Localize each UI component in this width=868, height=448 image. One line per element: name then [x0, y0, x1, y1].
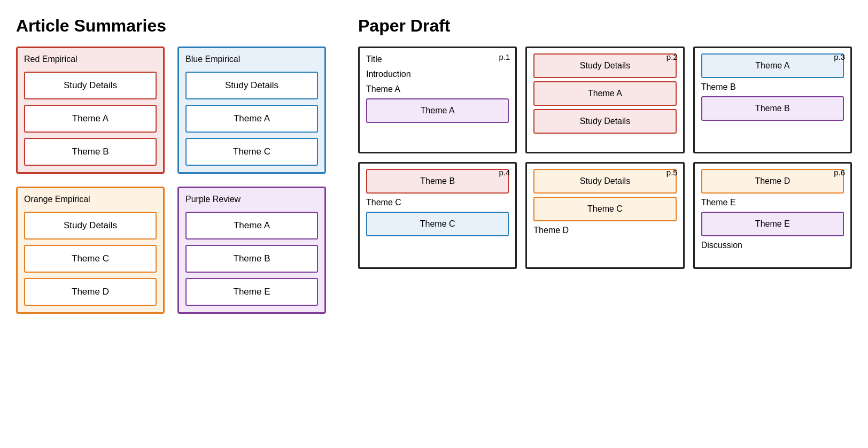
content-box: Study Details: [185, 72, 318, 99]
page-content-box: Theme A: [701, 53, 844, 78]
content-box: Theme A: [24, 105, 157, 133]
page-content-box: Theme B: [366, 169, 509, 194]
page-card-p1: p.1TitleIntroductionTheme ATheme A: [358, 47, 517, 153]
page-content-box: Theme A: [533, 81, 676, 106]
article-card-label: Red Empirical: [24, 55, 157, 64]
page-content-box: Theme E: [701, 212, 844, 236]
page-card-p6: p.6Theme DTheme ETheme EDiscussion: [693, 162, 852, 269]
content-box: Theme B: [24, 138, 157, 166]
page-text-item: Theme A: [366, 83, 509, 95]
content-box: Theme A: [185, 212, 318, 240]
page-number: p.3: [834, 52, 845, 61]
page-content-box: Study Details: [533, 169, 676, 194]
page-text-item: Theme E: [701, 197, 844, 208]
page-number: p.5: [666, 168, 678, 177]
page-content-box: Theme B: [701, 96, 844, 121]
main-layout: Article Summaries Red EmpiricalStudy Det…: [16, 16, 852, 314]
right-section: Paper Draft p.1TitleIntroductionTheme AT…: [358, 16, 852, 314]
left-section: Article Summaries Red EmpiricalStudy Det…: [16, 16, 326, 314]
page-text-item: Theme B: [701, 81, 844, 93]
page-number: p.1: [499, 52, 510, 61]
article-card-orange-empirical: Orange EmpiricalStudy DetailsTheme CThem…: [16, 187, 165, 314]
page-content-box: Theme D: [701, 169, 844, 194]
page-content-box: Study Details: [533, 109, 676, 134]
page-text-item: Theme D: [533, 225, 676, 236]
page-card-p3: p.3Theme ATheme BTheme B: [693, 47, 852, 153]
page-number: p.4: [499, 168, 510, 177]
content-box: Theme C: [24, 245, 157, 273]
content-box: Study Details: [24, 212, 157, 240]
page-number: p.2: [666, 52, 678, 61]
article-card-red-empirical: Red EmpiricalStudy DetailsTheme ATheme B: [16, 47, 165, 174]
page-card-p2: p.2Study DetailsTheme AStudy Details: [525, 47, 684, 153]
page-text-item: Introduction: [366, 68, 509, 80]
page-text-item: Discussion: [701, 240, 844, 251]
content-box: Theme C: [185, 138, 318, 166]
right-title: Paper Draft: [358, 16, 852, 36]
article-card-purple-review: Purple ReviewTheme ATheme BTheme E: [177, 187, 326, 314]
article-card-label: Orange Empirical: [24, 195, 157, 204]
page-card-p4: p.4Theme BTheme CTheme C: [358, 162, 517, 269]
article-card-label: Blue Empirical: [185, 55, 318, 64]
article-card-label: Purple Review: [185, 195, 318, 204]
content-box: Theme B: [185, 245, 318, 273]
content-box: Theme E: [185, 278, 318, 306]
page-card-p5: p.5Study DetailsTheme CTheme D: [525, 162, 684, 269]
article-card-blue-empirical: Blue EmpiricalStudy DetailsTheme ATheme …: [177, 47, 326, 174]
page-text-item: Title: [366, 53, 509, 65]
content-box: Theme D: [24, 278, 157, 306]
page-text-item: Theme C: [366, 197, 509, 208]
page-content-box: Study Details: [533, 53, 676, 78]
article-grid: Red EmpiricalStudy DetailsTheme ATheme B…: [16, 47, 326, 314]
page-content-box: Theme A: [366, 98, 509, 123]
page-number: p.6: [834, 168, 845, 177]
content-box: Theme A: [185, 105, 318, 133]
paper-grid: p.1TitleIntroductionTheme ATheme Ap.2Stu…: [358, 47, 852, 269]
left-title: Article Summaries: [16, 16, 326, 36]
content-box: Study Details: [24, 72, 157, 99]
page-content-box: Theme C: [533, 197, 676, 221]
page-content-box: Theme C: [366, 212, 509, 236]
